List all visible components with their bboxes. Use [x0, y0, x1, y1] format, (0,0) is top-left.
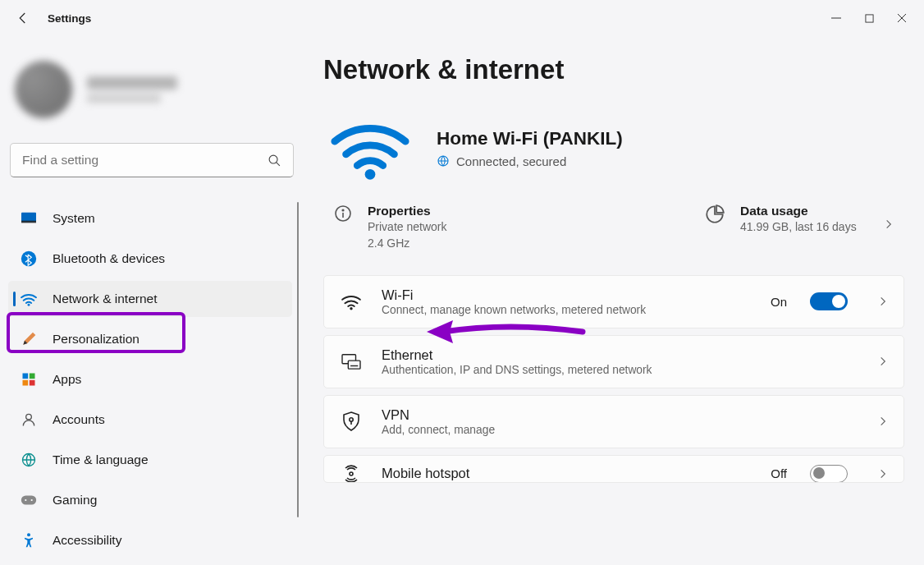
- window-title: Settings: [48, 12, 91, 25]
- wifi-card-title: Wi-Fi: [382, 287, 752, 303]
- ethernet-card[interactable]: Ethernet Authentication, IP and DNS sett…: [323, 335, 904, 388]
- sidebar-item-label: Personalization: [53, 332, 140, 347]
- sidebar-item-accounts[interactable]: Accounts: [8, 402, 292, 438]
- info-icon: [333, 204, 353, 223]
- personalization-icon: [20, 330, 38, 348]
- svg-point-18: [31, 499, 33, 501]
- wifi-large-icon: [330, 115, 410, 181]
- sidebar-item-label: System: [53, 211, 95, 226]
- gaming-icon: [20, 491, 38, 509]
- properties-nettype: Private network: [368, 218, 446, 235]
- svg-rect-1: [865, 14, 872, 21]
- profile-name: [87, 76, 177, 103]
- svg-point-19: [27, 533, 30, 536]
- svg-rect-13: [30, 380, 35, 386]
- data-usage-label: Data usage: [740, 204, 857, 218]
- properties-band: 2.4 GHz: [368, 235, 446, 251]
- sidebar-item-system[interactable]: System: [8, 200, 292, 237]
- chevron-right-icon: [883, 204, 894, 230]
- main-content: Network & internet Home Wi-Fi (PANKIL) C…: [304, 36, 924, 565]
- apps-icon: [20, 370, 38, 388]
- chevron-right-icon: [877, 296, 889, 307]
- sidebar-item-bluetooth[interactable]: Bluetooth & devices: [8, 241, 292, 277]
- svg-rect-16: [21, 496, 36, 505]
- svg-rect-27: [348, 361, 360, 369]
- svg-point-23: [342, 209, 344, 211]
- back-arrow-icon: [16, 11, 30, 25]
- search-icon: [268, 154, 281, 168]
- close-button[interactable]: [896, 12, 908, 24]
- wifi-card[interactable]: Wi-Fi Connect, manage known networks, me…: [323, 275, 904, 328]
- chevron-right-icon: [877, 416, 889, 427]
- mobile-hotspot-card[interactable]: Mobile hotspot Off: [323, 455, 904, 483]
- svg-point-14: [26, 414, 32, 420]
- sidebar-item-label: Network & internet: [53, 292, 158, 306]
- data-usage-icon: [704, 204, 725, 225]
- svg-rect-10: [23, 374, 29, 379]
- sidebar-item-label: Bluetooth & devices: [53, 251, 165, 266]
- vpn-card-title: VPN: [382, 407, 859, 423]
- wifi-icon: [20, 290, 38, 308]
- connection-name: Home Wi-Fi (PANKIL): [437, 128, 623, 149]
- sidebar-item-label: Gaming: [53, 493, 97, 508]
- svg-rect-12: [23, 380, 29, 386]
- data-usage-detail: 41.99 GB, last 16 days: [740, 218, 857, 235]
- sidebar-item-label: Accounts: [53, 412, 105, 427]
- avatar: [15, 61, 72, 118]
- sidebar-item-personalization[interactable]: Personalization: [8, 321, 292, 357]
- sidebar-item-network[interactable]: Network & internet: [8, 281, 292, 317]
- sidebar-item-time-language[interactable]: Time & language: [8, 442, 292, 478]
- wifi-toggle[interactable]: [810, 292, 848, 310]
- svg-point-9: [28, 304, 30, 306]
- sidebar-item-label: Apps: [53, 372, 81, 387]
- nav-list: System Bluetooth & devices Network & int…: [7, 200, 297, 558]
- profile-block[interactable]: [7, 36, 297, 143]
- chevron-right-icon: [877, 468, 889, 480]
- svg-rect-11: [30, 374, 35, 379]
- system-icon: [20, 209, 38, 227]
- titlebar: Settings: [0, 0, 924, 36]
- ethernet-icon: [339, 352, 364, 370]
- wifi-toggle-label: On: [771, 295, 787, 309]
- svg-rect-7: [21, 221, 36, 223]
- globe-icon: [437, 154, 450, 168]
- sidebar: System Bluetooth & devices Network & int…: [0, 36, 304, 565]
- svg-point-17: [25, 499, 26, 501]
- hotspot-toggle-label: Off: [771, 466, 787, 480]
- sidebar-item-accessibility[interactable]: Accessibility: [8, 522, 292, 558]
- sidebar-item-apps[interactable]: Apps: [8, 361, 292, 397]
- chevron-right-icon: [877, 356, 889, 367]
- properties-label: Properties: [368, 204, 446, 218]
- wifi-card-icon: [339, 292, 364, 310]
- connection-status: Connected, secured: [456, 154, 566, 168]
- accessibility-icon: [20, 531, 38, 549]
- vpn-card[interactable]: VPN Add, connect, manage: [323, 395, 904, 448]
- search-input[interactable]: [22, 153, 268, 168]
- vpn-icon: [339, 411, 364, 432]
- sidebar-item-label: Time & language: [53, 452, 149, 467]
- svg-point-31: [350, 472, 353, 475]
- window-controls: [830, 12, 924, 24]
- ethernet-card-sub: Authentication, IP and DNS settings, met…: [382, 364, 859, 376]
- minimize-icon: [831, 13, 841, 23]
- properties-data-row[interactable]: Properties Private network 2.4 GHz Data …: [323, 204, 904, 275]
- back-button[interactable]: [11, 7, 34, 30]
- svg-line-5: [277, 162, 280, 165]
- connection-hero: Home Wi-Fi (PANKIL) Connected, secured: [323, 115, 904, 181]
- minimize-button[interactable]: [830, 12, 842, 24]
- svg-point-29: [350, 418, 353, 421]
- accounts-icon: [20, 411, 38, 429]
- svg-point-20: [365, 169, 376, 180]
- sidebar-item-gaming[interactable]: Gaming: [8, 482, 292, 518]
- page-title: Network & internet: [323, 54, 904, 85]
- svg-point-8: [21, 251, 36, 266]
- search-box[interactable]: [10, 143, 294, 177]
- hotspot-icon: [339, 464, 364, 483]
- hotspot-card-title: Mobile hotspot: [382, 466, 752, 481]
- hotspot-toggle[interactable]: [810, 465, 848, 483]
- maximize-button[interactable]: [863, 12, 875, 24]
- maximize-icon: [865, 14, 874, 23]
- time-language-icon: [20, 451, 38, 469]
- ethernet-card-title: Ethernet: [382, 347, 859, 363]
- vpn-card-sub: Add, connect, manage: [382, 424, 859, 436]
